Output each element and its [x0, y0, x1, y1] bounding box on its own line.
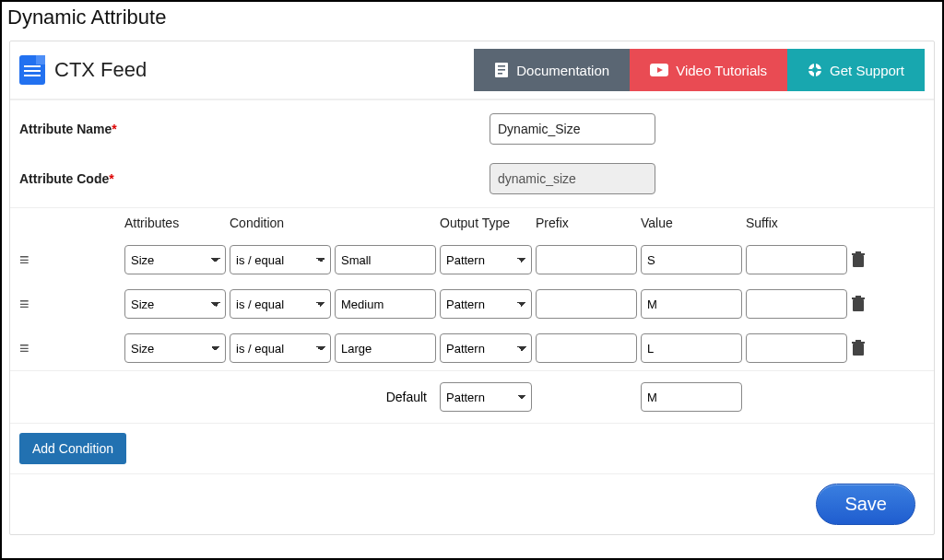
default-label: Default — [335, 390, 436, 404]
footer-save: Save — [10, 473, 934, 534]
default-row: Default Pattern — [10, 370, 934, 423]
svg-rect-16 — [852, 298, 865, 299]
condition-row: ≡ Size is / equal Pattern — [10, 282, 934, 326]
video-icon — [650, 64, 668, 76]
brand-title: CTX Feed — [54, 58, 147, 82]
value-input[interactable] — [641, 333, 742, 363]
documentation-button[interactable]: Documentation — [474, 49, 630, 91]
svg-rect-14 — [856, 251, 861, 253]
delete-row-button[interactable] — [851, 340, 888, 356]
brand-logo-icon — [19, 55, 45, 85]
condition-value-input[interactable] — [335, 289, 436, 319]
video-tutorials-label: Video Tutorials — [676, 63, 767, 78]
suffix-input[interactable] — [746, 289, 847, 319]
attribute-code-input — [490, 163, 655, 194]
drag-handle-icon[interactable]: ≡ — [19, 251, 38, 270]
add-condition-button[interactable]: Add Condition — [19, 433, 126, 464]
get-support-button[interactable]: Get Support — [787, 49, 925, 91]
video-tutorials-button[interactable]: Video Tutorials — [630, 49, 787, 91]
attribute-name-input[interactable] — [490, 113, 655, 145]
form-section: Attribute Name* Attribute Code* — [10, 99, 934, 207]
svg-rect-11 — [818, 69, 822, 71]
svg-rect-18 — [853, 344, 864, 356]
attribute-name-label: Attribute Name* — [19, 122, 490, 136]
svg-rect-3 — [498, 73, 502, 75]
svg-rect-19 — [852, 342, 865, 344]
column-suffix: Suffix — [746, 216, 847, 230]
documentation-label: Documentation — [516, 63, 609, 78]
column-condition: Condition — [230, 216, 331, 230]
suffix-input[interactable] — [746, 245, 847, 274]
svg-rect-8 — [814, 63, 816, 67]
condition-select[interactable]: is / equal — [230, 245, 331, 274]
support-icon — [808, 63, 822, 77]
condition-row: ≡ Size is / equal Pattern — [10, 238, 934, 282]
trash-icon — [851, 296, 866, 312]
svg-rect-1 — [498, 65, 505, 67]
svg-rect-10 — [808, 69, 812, 71]
default-output-type-select[interactable]: Pattern — [440, 382, 532, 412]
column-attributes: Attributes — [124, 216, 226, 230]
condition-row: ≡ Size is / equal Pattern — [10, 326, 934, 370]
output-type-select[interactable]: Pattern — [440, 333, 532, 363]
suffix-input[interactable] — [746, 333, 847, 363]
required-mark: * — [109, 171, 113, 186]
svg-point-7 — [812, 67, 818, 73]
output-type-select[interactable]: Pattern — [440, 245, 532, 274]
grid-header: Attributes Condition Output Type Prefix … — [10, 208, 934, 238]
trash-icon — [851, 251, 866, 268]
header-bar: CTX Feed Documentation Video Tutorials G… — [10, 41, 934, 99]
svg-rect-9 — [814, 73, 816, 77]
attribute-select[interactable]: Size — [124, 245, 226, 274]
prefix-input[interactable] — [536, 289, 637, 319]
svg-rect-12 — [853, 255, 864, 267]
default-value-input[interactable] — [641, 382, 742, 412]
condition-value-input[interactable] — [335, 333, 436, 363]
column-output-type: Output Type — [440, 216, 532, 230]
required-mark: * — [112, 122, 116, 136]
trash-icon — [851, 340, 866, 356]
grid-section: Attributes Condition Output Type Prefix … — [10, 207, 934, 423]
header-buttons: Documentation Video Tutorials Get Suppor… — [474, 49, 925, 91]
attribute-select[interactable]: Size — [124, 333, 226, 363]
value-input[interactable] — [641, 245, 742, 274]
condition-value-input[interactable] — [335, 245, 436, 274]
attribute-code-label: Attribute Code* — [19, 171, 490, 186]
attribute-select[interactable]: Size — [124, 289, 226, 319]
svg-rect-17 — [856, 296, 861, 298]
svg-rect-13 — [852, 253, 865, 255]
svg-rect-2 — [498, 69, 505, 71]
column-value: Value — [641, 216, 742, 230]
output-type-select[interactable]: Pattern — [440, 289, 532, 319]
value-input[interactable] — [641, 289, 742, 319]
condition-select[interactable]: is / equal — [230, 289, 331, 319]
svg-rect-15 — [853, 299, 864, 311]
drag-handle-icon[interactable]: ≡ — [19, 339, 38, 358]
save-button[interactable]: Save — [816, 484, 915, 525]
brand: CTX Feed — [19, 55, 147, 85]
prefix-input[interactable] — [536, 245, 637, 274]
prefix-input[interactable] — [536, 333, 637, 363]
footer-actions: Add Condition — [10, 423, 934, 473]
main-panel: CTX Feed Documentation Video Tutorials G… — [9, 41, 935, 535]
condition-select[interactable]: is / equal — [230, 333, 331, 363]
document-icon — [494, 62, 509, 78]
drag-handle-icon[interactable]: ≡ — [19, 295, 38, 314]
delete-row-button[interactable] — [851, 251, 888, 268]
delete-row-button[interactable] — [851, 296, 888, 312]
page-title: Dynamic Attribute — [2, 2, 942, 33]
column-prefix: Prefix — [536, 216, 637, 230]
get-support-label: Get Support — [830, 63, 904, 78]
svg-rect-20 — [856, 340, 861, 342]
